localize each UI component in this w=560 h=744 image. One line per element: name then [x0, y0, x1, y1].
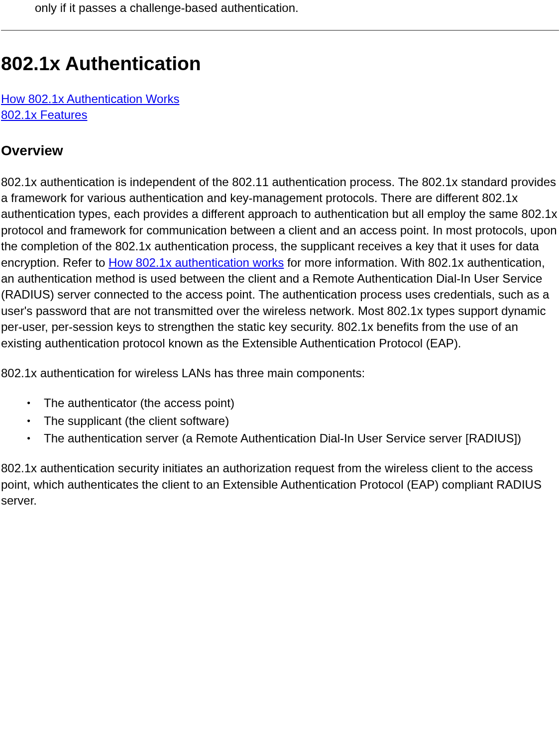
- link-how-8021x-works-inline[interactable]: How 802.1x authentication works: [109, 256, 284, 269]
- overview-paragraph-3: 802.1x authentication security initiates…: [1, 460, 559, 509]
- overview-paragraph-1: 802.1x authentication is independent of …: [1, 174, 559, 351]
- list-item: The authenticator (the access point): [27, 395, 559, 411]
- section-divider: [1, 30, 559, 31]
- components-list: The authenticator (the access point) The…: [1, 395, 559, 446]
- link-8021x-features[interactable]: 802.1x Features: [1, 107, 559, 123]
- overview-p1-text-after-link: for more information. With 802.1x authen…: [1, 256, 549, 350]
- list-item: The supplicant (the client software): [27, 413, 559, 429]
- section-heading-8021x-authentication: 802.1x Authentication: [1, 51, 559, 77]
- list-item: The authentication server (a Remote Auth…: [27, 430, 559, 446]
- overview-p1-text-before-link: 802.1x authentication is independent of …: [1, 175, 558, 269]
- intro-text-fragment: only if it passes a challenge-based auth…: [35, 0, 559, 16]
- overview-heading: Overview: [1, 141, 559, 160]
- link-how-8021x-works[interactable]: How 802.1x Authentication Works: [1, 91, 559, 107]
- overview-paragraph-2: 802.1x authentication for wireless LANs …: [1, 365, 559, 381]
- section-links: How 802.1x Authentication Works 802.1x F…: [1, 91, 559, 123]
